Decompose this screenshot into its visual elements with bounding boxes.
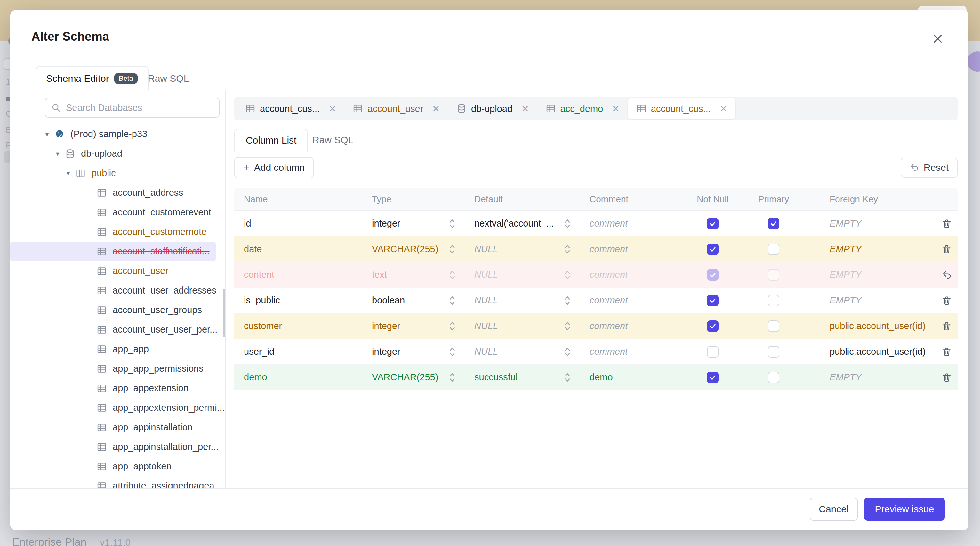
column-type-select[interactable]: boolean [362,295,465,306]
preview-issue-button[interactable]: Preview issue [864,498,945,521]
close-icon[interactable] [930,31,945,46]
tree-item[interactable]: ▾ app_apptoken [10,457,221,476]
checkbox[interactable] [707,372,719,383]
column-type-select[interactable]: integer [362,218,465,229]
column-comment-input[interactable]: demo [580,372,682,383]
tree-item[interactable]: ▾ public [10,163,221,183]
checkbox[interactable] [768,244,780,255]
tree-item[interactable]: ▾ db-upload [10,144,221,163]
open-table-tab[interactable]: acc_demo ✕ [538,99,628,118]
tree-item[interactable]: ▾ app_appinstallation [10,418,221,437]
tree-item-label: account_user [113,266,169,276]
tree-item[interactable]: ▾ app_appextension_permi... [10,398,221,418]
column-comment-input[interactable]: comment [580,218,682,229]
search-input[interactable]: Search Databases [45,98,220,118]
checkbox[interactable] [707,269,719,281]
delete-column-icon[interactable] [932,347,958,357]
foreign-key-cell[interactable]: EMPTY [804,295,932,306]
tree-item[interactable]: ▾ account_user_groups [10,300,221,320]
column-name[interactable]: is_public [234,295,362,306]
column-name[interactable]: id [234,218,362,229]
tab-raw-sql[interactable]: Raw SQL [138,67,199,90]
checkbox[interactable] [768,218,780,230]
close-tab-icon[interactable]: ✕ [521,104,529,114]
tree-item[interactable]: ▾ account_customerevent [10,203,221,222]
column-default-select[interactable]: succussful [465,372,580,383]
column-default-select[interactable]: NULL [465,346,580,357]
tree-item[interactable]: ▾ account_user [10,261,221,281]
delete-column-icon[interactable] [932,219,958,229]
open-table-tab[interactable]: db-upload ✕ [448,99,537,118]
tree-item[interactable]: ▾ account_user_addresses [10,281,221,300]
more-options-icon[interactable]: ⋯ [200,246,211,257]
checkbox[interactable] [768,372,780,383]
column-comment-input[interactable]: comment [580,321,682,331]
column-default-select[interactable]: NULL [465,295,580,306]
column-default-select[interactable]: NULL [465,244,580,255]
tree-item-label: account_customerevent [113,207,211,217]
column-name[interactable]: content [234,270,362,280]
checkbox[interactable] [768,346,780,358]
column-name[interactable]: user_id [234,346,362,357]
close-tab-icon[interactable]: ✕ [612,104,619,114]
tree-item[interactable]: ▾ app_appextension [10,378,221,398]
delete-column-icon[interactable] [932,244,958,254]
column-grid: Name Type Default Comment Not Null Prima… [234,188,958,390]
column-comment-input[interactable]: comment [580,244,682,254]
column-type-select[interactable]: VARCHAR(255) [362,244,465,255]
tree-item[interactable]: ▾ account_customernote [10,222,221,242]
checkbox[interactable] [707,244,719,255]
reset-button[interactable]: Reset [900,158,958,177]
foreign-key-cell[interactable]: EMPTY [804,372,932,383]
column-comment-input[interactable]: comment [580,295,682,306]
column-default-select[interactable]: NULL [465,270,580,280]
column-type-select[interactable]: VARCHAR(255) [362,372,465,383]
tree-item[interactable]: ▾ account_user_user_per... [10,320,221,339]
tree-item[interactable]: ▾ (Prod) sample-p33 [10,125,221,144]
foreign-key-cell[interactable]: EMPTY [804,218,932,229]
cancel-button[interactable]: Cancel [810,498,858,521]
tree-item[interactable]: ▾ account_staffnotificati... ⋯ [10,242,216,261]
tree-item[interactable]: ▾ app_app_permissions [10,359,221,378]
checkbox[interactable] [768,321,780,332]
checkbox[interactable] [707,346,719,358]
checkbox[interactable] [768,295,780,307]
open-table-tab[interactable]: account_cus... ✕ [237,99,344,118]
foreign-key-cell[interactable]: EMPTY [804,270,932,280]
checkbox[interactable] [768,269,780,281]
column-type-select[interactable]: integer [362,321,465,332]
close-tab-icon[interactable]: ✕ [433,104,440,114]
column-comment-input[interactable]: comment [580,346,682,357]
delete-column-icon[interactable] [932,321,958,331]
sidebar-scrollbar[interactable] [223,289,225,337]
add-column-button[interactable]: + Add column [234,157,313,178]
close-tab-icon[interactable]: ✕ [329,104,336,114]
subtab-column-list[interactable]: Column List [234,129,308,152]
restore-column-icon[interactable] [932,270,958,280]
tree-item[interactable]: ▾ app_app [10,339,221,359]
checkbox[interactable] [707,295,719,307]
column-name[interactable]: date [234,244,362,254]
column-default-select[interactable]: NULL [465,321,580,332]
open-table-tab[interactable]: account_user ✕ [344,99,448,118]
tree-item[interactable]: ▾ app_appinstallation_per... [10,437,221,457]
foreign-key-cell[interactable]: public.account_user(id) [804,346,932,357]
tree-item[interactable]: ▾ account_address [10,183,221,203]
tab-schema-editor[interactable]: Schema Editor Beta [36,66,148,90]
column-comment-input[interactable]: comment [580,270,682,280]
checkbox[interactable] [707,321,719,332]
column-default-select[interactable]: nextval('account_... [465,218,580,229]
close-tab-icon[interactable]: ✕ [720,104,727,114]
column-name[interactable]: demo [234,372,362,383]
foreign-key-cell[interactable]: EMPTY [804,244,932,254]
column-name[interactable]: customer [234,321,362,331]
foreign-key-cell[interactable]: public.account_user(id) [804,321,932,331]
select-chevrons-icon [448,295,457,306]
open-table-tab[interactable]: account_cus... ✕ [628,98,735,119]
checkbox[interactable] [707,218,719,230]
column-type-select[interactable]: text [362,270,465,280]
delete-column-icon[interactable] [932,372,958,383]
column-type-select[interactable]: integer [362,346,465,357]
subtab-raw-sql[interactable]: Raw SQL [301,129,364,151]
delete-column-icon[interactable] [932,295,958,306]
